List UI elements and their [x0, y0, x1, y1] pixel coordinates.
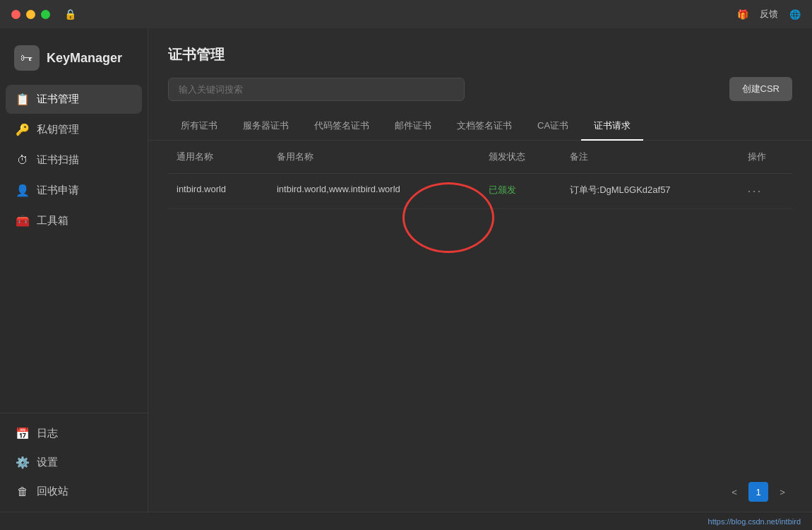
- next-page-button[interactable]: >: [772, 482, 792, 502]
- tab-docsign[interactable]: 文档签名证书: [444, 112, 525, 141]
- sidebar-item-label: 私钥管理: [37, 123, 79, 136]
- action-menu-button[interactable]: ···: [748, 184, 763, 198]
- toolbox-icon: 🧰: [16, 214, 30, 228]
- tab-all[interactable]: 所有证书: [168, 112, 230, 141]
- search-row: 创建CSR: [168, 77, 792, 101]
- globe-icon[interactable]: 🌐: [789, 9, 801, 20]
- table-header-row: 通用名称 备用名称 颁发状态 备注 操作: [168, 141, 792, 174]
- table-row: intbird.world intbird.world,www.intbird.…: [168, 174, 792, 209]
- lock-icon: 🔒: [64, 8, 76, 20]
- sidebar-item-label: 证书管理: [37, 93, 79, 106]
- cell-note: 订单号:DgML6GKd2af57: [561, 174, 739, 209]
- cell-status: 已颁发: [480, 174, 561, 209]
- cell-action[interactable]: ···: [739, 174, 792, 209]
- content-area: 证书管理 创建CSR 所有证书 服务器证书 代码签名证书 邮件证书 文档签名证书…: [148, 28, 812, 512]
- window-controls: 🔒: [11, 8, 76, 20]
- tab-csrreq[interactable]: 证书请求: [581, 112, 643, 141]
- maximize-button[interactable]: [41, 10, 50, 19]
- sidebar-item-toolbox[interactable]: 🧰 工具箱: [6, 206, 142, 235]
- sidebar-nav: 📋 证书管理 🔑 私钥管理 ⏱ 证书扫描 👤 证书申请 🧰 工具箱: [0, 85, 148, 235]
- sidebar-item-label: 证书扫描: [37, 153, 79, 167]
- sidebar-item-label: 工具箱: [37, 214, 68, 228]
- titlebar: 🔒 🎁 反馈 🌐: [0, 0, 812, 28]
- settings-icon: ⚙️: [16, 456, 30, 469]
- logo-text: KeyManager: [47, 51, 122, 66]
- sidebar-item-label: 设置: [37, 456, 58, 469]
- pagination: < 1 >: [148, 472, 812, 512]
- table-wrapper: 通用名称 备用名称 颁发状态 备注 操作 intbird.world intbi…: [148, 141, 812, 472]
- col-issued-status: 颁发状态: [480, 141, 561, 174]
- minimize-button[interactable]: [26, 10, 35, 19]
- feedback-label[interactable]: 反馈: [760, 8, 778, 20]
- trash-icon: 🗑: [16, 485, 30, 498]
- sidebar-item-cert-mgmt[interactable]: 📋 证书管理: [6, 85, 142, 114]
- gift-icon: 🎁: [737, 9, 748, 20]
- cert-apply-icon: 👤: [16, 184, 30, 197]
- cert-scan-icon: ⏱: [16, 154, 30, 167]
- tab-ca[interactable]: CA证书: [525, 112, 581, 141]
- tab-codesign[interactable]: 代码签名证书: [301, 112, 382, 141]
- col-common-name: 通用名称: [168, 141, 268, 174]
- sidebar-item-log[interactable]: 📅 日志: [6, 419, 142, 448]
- sidebar: 🗝 KeyManager 📋 证书管理 🔑 私钥管理 ⏱ 证书扫描 👤 证书申请: [0, 28, 148, 512]
- statusbar: https://blog.csdn.net/intbird: [0, 512, 812, 530]
- status-badge: 已颁发: [489, 184, 516, 195]
- sidebar-bottom: 📅 日志 ⚙️ 设置 🗑 回收站: [0, 413, 148, 512]
- col-note: 备注: [561, 141, 739, 174]
- col-alt-name: 备用名称: [268, 141, 480, 174]
- statusbar-url: https://blog.csdn.net/intbird: [708, 517, 801, 526]
- titlebar-right: 🎁 反馈 🌐: [737, 8, 801, 20]
- page-title: 证书管理: [168, 45, 792, 64]
- sidebar-item-settings[interactable]: ⚙️ 设置: [6, 448, 142, 477]
- tab-server[interactable]: 服务器证书: [230, 112, 301, 141]
- sidebar-item-trash[interactable]: 🗑 回收站: [6, 477, 142, 506]
- sidebar-logo: 🗝 KeyManager: [0, 35, 148, 85]
- key-mgmt-icon: 🔑: [16, 123, 30, 136]
- sidebar-item-key-mgmt[interactable]: 🔑 私钥管理: [6, 115, 142, 144]
- sidebar-item-cert-apply[interactable]: 👤 证书申请: [6, 176, 142, 205]
- sidebar-item-label: 回收站: [37, 485, 68, 498]
- cert-table: 通用名称 备用名称 颁发状态 备注 操作 intbird.world intbi…: [168, 141, 792, 209]
- close-button[interactable]: [11, 10, 20, 19]
- search-input[interactable]: [168, 78, 465, 101]
- cell-common-name: intbird.world: [168, 174, 268, 209]
- cell-alt-name: intbird.world,www.intbird.world: [268, 174, 480, 209]
- col-action: 操作: [739, 141, 792, 174]
- cert-mgmt-icon: 📋: [16, 93, 30, 106]
- create-csr-button[interactable]: 创建CSR: [729, 77, 792, 101]
- page-1-button[interactable]: 1: [748, 482, 768, 502]
- main-layout: 🗝 KeyManager 📋 证书管理 🔑 私钥管理 ⏱ 证书扫描 👤 证书申请: [0, 28, 812, 512]
- prev-page-button[interactable]: <: [724, 482, 744, 502]
- sidebar-item-label: 日志: [37, 427, 58, 440]
- tab-email[interactable]: 邮件证书: [382, 112, 444, 141]
- sidebar-item-label: 证书申请: [37, 184, 79, 197]
- content-header: 证书管理 创建CSR: [148, 28, 812, 112]
- logo-icon: 🗝: [14, 45, 40, 71]
- log-icon: 📅: [16, 427, 30, 440]
- tabs-bar: 所有证书 服务器证书 代码签名证书 邮件证书 文档签名证书 CA证书 证书请求: [148, 112, 812, 141]
- sidebar-item-cert-scan[interactable]: ⏱ 证书扫描: [6, 146, 142, 175]
